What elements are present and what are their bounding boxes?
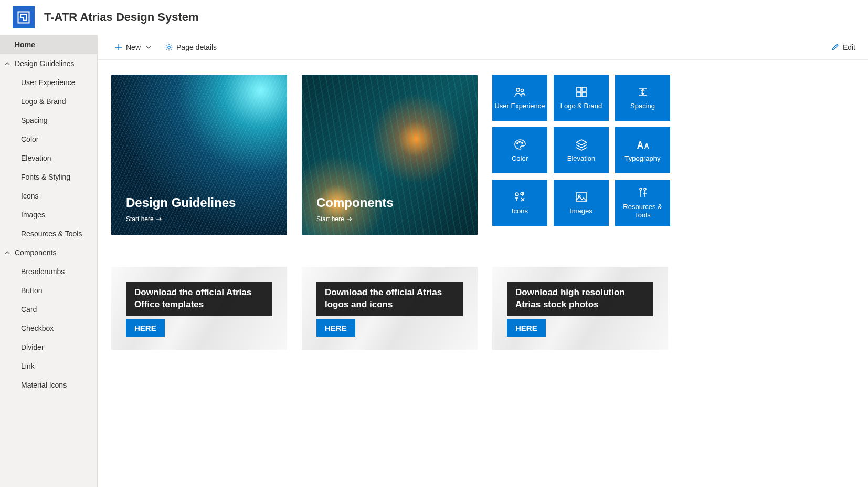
- chevron-up-icon: [4, 60, 10, 67]
- nav-item-breadcrumbs[interactable]: Breadcrumbs: [0, 262, 97, 281]
- tile-user-experience[interactable]: User Experience: [492, 75, 547, 121]
- svg-point-2: [516, 88, 519, 91]
- nav-item-fonts-styling[interactable]: Fonts & Styling: [0, 168, 97, 186]
- nav-item-checkbox[interactable]: Checkbox: [0, 319, 97, 338]
- svg-point-15: [644, 188, 646, 190]
- download-card-templates: Download the official Atrias Office temp…: [111, 267, 287, 350]
- nav-item-elevation[interactable]: Elevation: [0, 149, 97, 168]
- image-icon: [575, 190, 588, 204]
- tools-icon: [637, 186, 649, 200]
- spacing-icon: [637, 85, 649, 99]
- svg-rect-5: [582, 87, 586, 91]
- download-card-logos: Download the official Atrias logos and i…: [302, 267, 478, 350]
- download-here-button[interactable]: HERE: [507, 319, 546, 337]
- hero-card-components[interactable]: Components Start here: [302, 75, 478, 235]
- pencil-icon: [831, 43, 840, 53]
- arrow-right-icon: [156, 216, 162, 222]
- nav-section-design-guidelines[interactable]: Design Guidelines: [0, 54, 97, 73]
- hero-card-design-guidelines[interactable]: Design Guidelines Start here: [111, 75, 287, 235]
- svg-point-11: [515, 193, 518, 196]
- tile-resources-tools[interactable]: Resources & Tools: [615, 180, 670, 226]
- hero-cta[interactable]: Start here: [126, 215, 236, 223]
- grid-icon: [575, 85, 588, 99]
- download-title: Download the official Atrias Office temp…: [126, 282, 272, 316]
- site-title: T-ATR Atrias Design System: [44, 11, 199, 24]
- nav-section-components[interactable]: Components: [0, 243, 97, 262]
- page-details-button[interactable]: Page details: [161, 40, 221, 55]
- shapes-icon: [513, 190, 527, 204]
- new-button[interactable]: New: [110, 40, 155, 55]
- nav-item-spacing[interactable]: Spacing: [0, 111, 97, 130]
- site-logo[interactable]: [13, 6, 35, 28]
- tile-grid: User Experience Logo & Brand Spacing: [492, 75, 670, 235]
- tile-elevation[interactable]: Elevation: [554, 127, 609, 173]
- type-icon: [636, 138, 650, 151]
- nav-home-label: Home: [15, 40, 35, 49]
- tile-typography[interactable]: Typography: [615, 127, 670, 173]
- nav-item-divider[interactable]: Divider: [0, 338, 97, 357]
- tile-color[interactable]: Color: [492, 127, 547, 173]
- arrow-right-icon: [346, 216, 353, 222]
- hero-title: Design Guidelines: [126, 195, 236, 210]
- download-here-button[interactable]: HERE: [126, 319, 165, 337]
- nav-item-card[interactable]: Card: [0, 300, 97, 319]
- header: T-ATR Atrias Design System: [0, 0, 868, 35]
- chevron-up-icon: [4, 249, 10, 256]
- tile-spacing[interactable]: Spacing: [615, 75, 670, 121]
- plus-icon: [114, 43, 123, 51]
- svg-point-3: [521, 89, 523, 91]
- svg-rect-7: [582, 92, 586, 97]
- nav-item-button[interactable]: Button: [0, 281, 97, 300]
- tile-icons[interactable]: Icons: [492, 180, 547, 226]
- svg-point-8: [516, 143, 517, 144]
- download-title: Download the official Atrias logos and i…: [316, 282, 463, 316]
- sidebar: Home Design Guidelines User Experience L…: [0, 35, 98, 487]
- download-title: Download high resolution Atrias stock ph…: [507, 282, 653, 316]
- download-here-button[interactable]: HERE: [316, 319, 355, 337]
- main-content: New Page details: [98, 35, 868, 487]
- svg-point-9: [518, 141, 520, 142]
- nav-home[interactable]: Home: [0, 35, 97, 54]
- tile-images[interactable]: Images: [554, 180, 609, 226]
- nav-item-user-experience[interactable]: User Experience: [0, 73, 97, 92]
- tile-logo-brand[interactable]: Logo & Brand: [554, 75, 609, 121]
- svg-point-14: [640, 188, 642, 190]
- people-icon: [513, 85, 527, 99]
- layers-icon: [575, 138, 588, 151]
- svg-point-10: [521, 142, 522, 143]
- nav-item-icons[interactable]: Icons: [0, 186, 97, 205]
- chevron-down-icon: [146, 43, 151, 51]
- nav-item-color[interactable]: Color: [0, 130, 97, 149]
- nav-section-label: Components: [15, 248, 56, 257]
- svg-rect-6: [577, 92, 581, 97]
- svg-point-1: [168, 46, 170, 48]
- nav-item-logo-brand[interactable]: Logo & Brand: [0, 92, 97, 111]
- palette-icon: [513, 138, 527, 151]
- download-card-photos: Download high resolution Atrias stock ph…: [492, 267, 668, 350]
- svg-rect-4: [577, 87, 581, 91]
- nav-item-images[interactable]: Images: [0, 205, 97, 224]
- nav-item-link[interactable]: Link: [0, 357, 97, 376]
- hero-cta[interactable]: Start here: [316, 215, 394, 223]
- nav-item-material-icons[interactable]: Material Icons: [0, 376, 97, 394]
- hero-title: Components: [316, 195, 394, 210]
- gear-icon: [165, 43, 173, 51]
- nav-section-label: Design Guidelines: [15, 59, 75, 68]
- nav-item-resources-tools[interactable]: Resources & Tools: [0, 224, 97, 243]
- toolbar: New Page details: [98, 35, 868, 60]
- edit-button[interactable]: Edit: [831, 43, 855, 53]
